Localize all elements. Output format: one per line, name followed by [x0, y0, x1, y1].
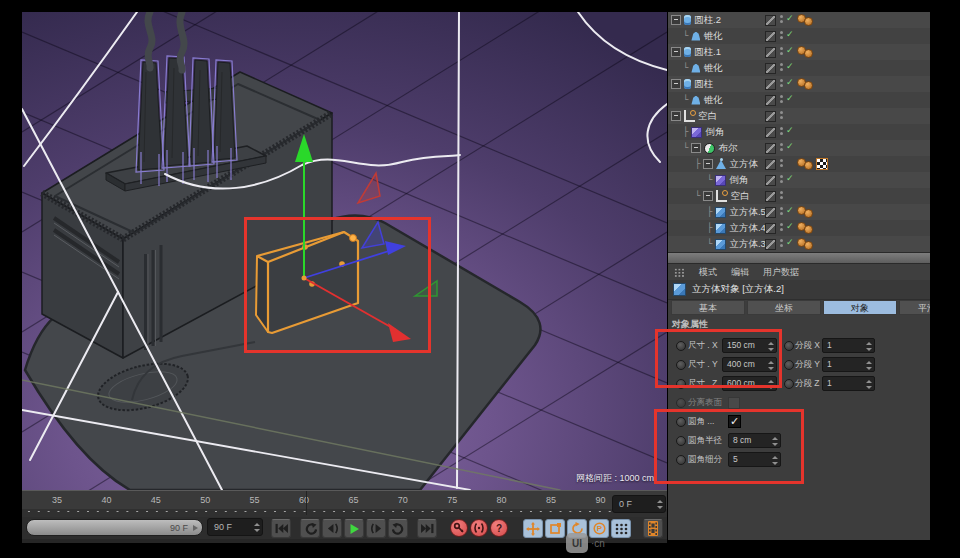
- layer-icon[interactable]: [765, 207, 776, 218]
- panel-menu-icon[interactable]: [674, 268, 685, 277]
- position-button[interactable]: [523, 519, 543, 538]
- object-row[interactable]: ├立方体.5✓: [668, 204, 930, 220]
- tab-平滑着色[interactable]: 平滑着色: [899, 300, 930, 315]
- object-row[interactable]: 圆柱.1✓: [668, 44, 930, 60]
- visibility-dots-icon[interactable]: [780, 143, 784, 153]
- skip-start-button[interactable]: [271, 519, 291, 538]
- layer-icon[interactable]: [765, 143, 776, 154]
- object-row[interactable]: 空白: [668, 108, 930, 124]
- visibility-dots-icon[interactable]: [780, 159, 784, 169]
- layer-icon[interactable]: [765, 191, 776, 202]
- object-label[interactable]: 圆柱: [694, 78, 713, 91]
- enabled-check-icon[interactable]: ✓: [786, 221, 794, 231]
- seg-x-input[interactable]: 1: [822, 338, 875, 353]
- object-label[interactable]: 立方体.4: [729, 222, 765, 235]
- object-row[interactable]: └锥化✓: [668, 60, 930, 76]
- deformer-tag-icon[interactable]: [804, 17, 813, 26]
- skip-end-button[interactable]: [417, 519, 437, 538]
- prev-key-button[interactable]: [322, 519, 342, 538]
- object-row[interactable]: ├倒角✓: [668, 124, 930, 140]
- expander-icon[interactable]: [703, 159, 713, 169]
- object-row[interactable]: └倒角✓: [668, 172, 930, 188]
- stepper-icon[interactable]: [253, 523, 260, 532]
- scale-button[interactable]: [545, 519, 565, 538]
- object-label[interactable]: 锥化: [703, 62, 722, 75]
- enabled-check-icon[interactable]: ✓: [786, 173, 794, 183]
- play-button[interactable]: [344, 519, 364, 538]
- object-row[interactable]: ├立方体: [668, 156, 930, 172]
- visibility-dots-icon[interactable]: [780, 207, 784, 217]
- object-label[interactable]: 倒角: [705, 126, 724, 139]
- next-key-button[interactable]: [366, 519, 386, 538]
- object-row[interactable]: └布尔✓: [668, 140, 930, 156]
- layer-icon[interactable]: [765, 223, 776, 234]
- deformer-tag-icon[interactable]: [804, 225, 813, 234]
- menu-item-用户数据[interactable]: 用户数据: [763, 266, 799, 279]
- stepper-icon[interactable]: [865, 380, 872, 389]
- deformer-tag-icon[interactable]: [804, 81, 813, 90]
- object-row[interactable]: └空白: [668, 188, 930, 204]
- object-manager[interactable]: 圆柱.2✓└锥化✓圆柱.1✓└锥化✓圆柱✓└锥化✓空白├倒角✓└布尔✓├立方体└…: [668, 12, 930, 252]
- enabled-check-icon[interactable]: ✓: [786, 93, 794, 103]
- layer-icon[interactable]: [765, 63, 776, 74]
- anim-dot-icon[interactable]: [784, 379, 794, 389]
- point-level-button[interactable]: [611, 519, 631, 538]
- enabled-check-icon[interactable]: ✓: [786, 29, 794, 39]
- seg-z-input[interactable]: 1: [822, 376, 875, 391]
- enabled-check-icon[interactable]: ✓: [786, 45, 794, 55]
- record-key-button[interactable]: [450, 519, 468, 537]
- enabled-check-icon[interactable]: ✓: [786, 13, 794, 23]
- deformer-tag-icon[interactable]: [804, 241, 813, 250]
- menu-item-编辑[interactable]: 编辑: [731, 266, 749, 279]
- layer-icon[interactable]: [765, 31, 776, 42]
- object-label[interactable]: 空白: [698, 110, 717, 123]
- tab-基本[interactable]: 基本: [671, 300, 745, 315]
- visibility-dots-icon[interactable]: [780, 15, 784, 25]
- enabled-check-icon[interactable]: ✓: [786, 205, 794, 215]
- stepper-icon[interactable]: [656, 500, 663, 509]
- object-label[interactable]: 布尔: [718, 142, 737, 155]
- expander-icon[interactable]: [671, 15, 681, 25]
- auto-key-button[interactable]: [470, 519, 488, 537]
- stepper-icon[interactable]: [865, 342, 872, 351]
- timeline-slider[interactable]: 90 F: [26, 519, 203, 536]
- layer-icon[interactable]: [765, 239, 776, 250]
- object-label[interactable]: 圆柱.2: [694, 14, 721, 27]
- visibility-dots-icon[interactable]: [780, 223, 784, 233]
- expander-icon[interactable]: [703, 191, 713, 201]
- visibility-dots-icon[interactable]: [780, 239, 784, 249]
- visibility-dots-icon[interactable]: [780, 95, 784, 105]
- menu-item-模式[interactable]: 模式: [699, 266, 717, 279]
- object-label[interactable]: 锥化: [703, 30, 722, 43]
- enabled-check-icon[interactable]: ✓: [786, 141, 794, 151]
- object-label[interactable]: 立方体.5: [729, 206, 765, 219]
- expander-icon[interactable]: [671, 79, 681, 89]
- tab-对象[interactable]: 对象: [823, 300, 897, 315]
- tab-坐标[interactable]: 坐标: [747, 300, 821, 315]
- enabled-check-icon[interactable]: ✓: [786, 125, 794, 135]
- deformer-tag-icon[interactable]: [804, 161, 813, 170]
- deformer-tag-icon[interactable]: [804, 209, 813, 218]
- layer-icon[interactable]: [765, 79, 776, 90]
- loop-back-button[interactable]: [300, 519, 320, 538]
- panel-splitter[interactable]: [668, 252, 930, 264]
- object-row[interactable]: 圆柱✓: [668, 76, 930, 92]
- object-label[interactable]: 圆柱.1: [694, 46, 721, 59]
- visibility-dots-icon[interactable]: [780, 191, 784, 201]
- visibility-dots-icon[interactable]: [780, 63, 784, 73]
- expander-icon[interactable]: [671, 111, 681, 121]
- expander-icon[interactable]: [671, 47, 681, 57]
- object-row[interactable]: ├立方体.4✓: [668, 220, 930, 236]
- enabled-check-icon[interactable]: ✓: [786, 61, 794, 71]
- visibility-dots-icon[interactable]: [780, 127, 784, 137]
- layer-icon[interactable]: [765, 15, 776, 26]
- object-label[interactable]: 立方体.3: [729, 238, 765, 251]
- visibility-dots-icon[interactable]: [780, 31, 784, 41]
- object-label[interactable]: 空白: [730, 190, 749, 203]
- end-frame-input[interactable]: 0 F: [612, 495, 666, 513]
- visibility-dots-icon[interactable]: [780, 47, 784, 57]
- anim-dot-icon[interactable]: [784, 341, 794, 351]
- layer-icon[interactable]: [765, 175, 776, 186]
- object-row[interactable]: 圆柱.2✓: [668, 12, 930, 28]
- object-label[interactable]: 立方体: [729, 158, 758, 171]
